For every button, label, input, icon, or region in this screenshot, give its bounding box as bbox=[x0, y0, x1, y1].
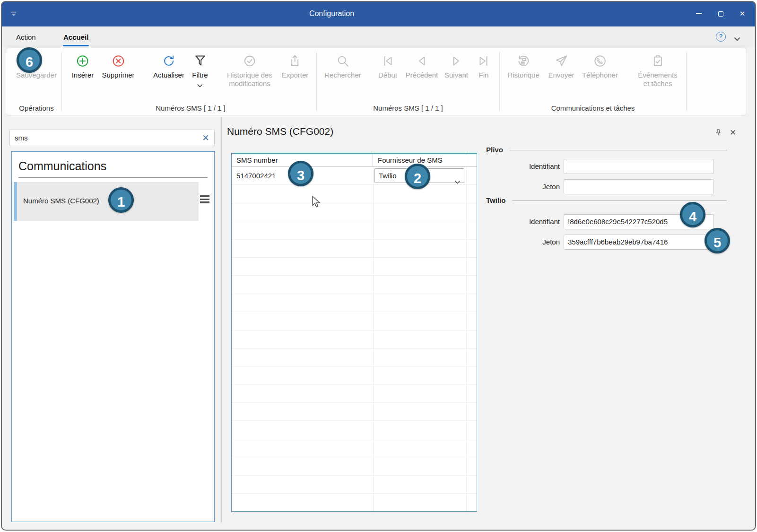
ribbon-group-label: Numéros SMS [ 1 / 1 ] bbox=[156, 104, 226, 112]
-v-nements-button: Événements et tâches bbox=[638, 54, 677, 88]
comm-history-icon bbox=[507, 54, 539, 70]
empty-table-row[interactable] bbox=[232, 385, 477, 403]
empty-table-row[interactable] bbox=[232, 403, 477, 421]
ribbon-button-label: Fin bbox=[479, 71, 489, 79]
refresh-icon bbox=[153, 54, 184, 70]
empty-table-row[interactable] bbox=[232, 457, 477, 475]
maximize-button[interactable] bbox=[710, 1, 731, 26]
ribbon-button-label: Rechercher bbox=[324, 71, 361, 79]
detail-close-icon[interactable]: ✕ bbox=[730, 128, 736, 138]
ins-rer-button[interactable]: Insérer bbox=[72, 54, 94, 79]
field-label: Identifiant bbox=[482, 218, 560, 226]
ribbon-group-separator bbox=[316, 52, 317, 111]
ribbon-collapse-chevron-icon[interactable] bbox=[734, 35, 740, 38]
historique-button: Historique bbox=[507, 54, 539, 79]
empty-table-row[interactable] bbox=[232, 421, 477, 439]
empty-table-row[interactable] bbox=[232, 312, 477, 330]
empty-table-row[interactable] bbox=[232, 366, 477, 384]
phone-icon bbox=[582, 54, 618, 70]
quick-access-icon[interactable] bbox=[10, 10, 17, 16]
close-button[interactable]: ✕ bbox=[731, 1, 753, 26]
ribbon-toolbar: SauvegarderOpérationsInsérerSupprimerAct… bbox=[6, 48, 747, 115]
group-rule bbox=[512, 201, 727, 201]
menu-bar: ActionAccueil ? bbox=[1, 26, 756, 48]
drag-handle-icon[interactable] bbox=[200, 195, 209, 205]
d-but-button: Début bbox=[378, 54, 397, 79]
twilio-jeton-field[interactable]: 359acfff7b6beab29eb97ba7416 bbox=[564, 235, 714, 250]
plivo-jeton-field[interactable] bbox=[564, 179, 714, 194]
callout-badge-5: 5 bbox=[705, 228, 730, 253]
rechercher-button: Rechercher bbox=[324, 54, 361, 79]
supprimer-button[interactable]: Supprimer bbox=[102, 54, 134, 79]
ribbon-group-label: Numéros SMS [ 1 / 1 ] bbox=[373, 104, 443, 112]
events-tasks-icon bbox=[638, 54, 677, 70]
ribbon-button-label: Envoyer bbox=[548, 71, 574, 79]
minimize-button[interactable] bbox=[688, 1, 710, 26]
fin-button: Fin bbox=[477, 54, 491, 79]
empty-table-row[interactable] bbox=[232, 185, 477, 203]
exporter-button: Exporter bbox=[282, 54, 309, 79]
empty-table-row[interactable] bbox=[232, 494, 477, 511]
callout-badge-2: 2 bbox=[405, 164, 430, 189]
search-icon bbox=[324, 54, 361, 70]
title-bar: Configuration ✕ bbox=[1, 1, 756, 26]
callout-badge-1: 1 bbox=[108, 187, 134, 213]
search-box: ✕ bbox=[9, 130, 215, 146]
ribbon-group-separator bbox=[61, 52, 62, 111]
table-row: 5147002421Twilio bbox=[232, 167, 477, 185]
export-icon bbox=[282, 54, 309, 70]
empty-table-row[interactable] bbox=[232, 439, 477, 457]
plivo-identifiant-field[interactable] bbox=[564, 159, 714, 174]
callout-badge-4: 4 bbox=[680, 202, 705, 227]
empty-table-row[interactable] bbox=[232, 349, 477, 366]
help-icon[interactable]: ? bbox=[716, 32, 726, 42]
empty-table-row[interactable] bbox=[232, 258, 477, 276]
field-label: Jeton bbox=[482, 238, 560, 246]
minimize-icon bbox=[696, 13, 702, 14]
callout-badge-3: 3 bbox=[288, 161, 313, 186]
filter-icon bbox=[192, 54, 208, 70]
mouse-cursor bbox=[311, 196, 322, 208]
list-item-label: Numéro SMS (CFG002) bbox=[23, 197, 99, 205]
tab-action[interactable]: Action bbox=[16, 31, 36, 45]
empty-table-row[interactable] bbox=[232, 294, 477, 312]
suivant-button: Suivant bbox=[444, 54, 468, 79]
callout-badge-6: 6 bbox=[17, 47, 42, 73]
screenshot: Configuration ✕ ActionAccueil ? Sauvegar… bbox=[0, 0, 757, 532]
empty-table-row[interactable] bbox=[232, 331, 477, 349]
tab-accueil[interactable]: Accueil bbox=[63, 31, 88, 45]
empty-table-row[interactable] bbox=[232, 476, 477, 494]
empty-table-row[interactable] bbox=[232, 221, 477, 239]
empty-table-row[interactable] bbox=[232, 276, 477, 294]
ribbon-button-label: Actualiser bbox=[153, 71, 184, 79]
table-header: SMS number Fournisseur de SMS bbox=[232, 154, 477, 167]
ribbon-group-separator bbox=[686, 52, 687, 111]
ribbon-button-label: Sauvegarder bbox=[16, 71, 57, 79]
empty-table-row[interactable] bbox=[232, 240, 477, 258]
filtre-button[interactable]: Filtre bbox=[192, 54, 208, 84]
ribbon-button-label: Historique des modifications bbox=[227, 71, 272, 87]
actualiser-button[interactable]: Actualiser bbox=[153, 54, 184, 79]
ribbon-group-label: Communications et tâches bbox=[551, 104, 635, 112]
search-input[interactable] bbox=[15, 130, 194, 146]
detail-title: Numéro SMS (CFG002) bbox=[227, 126, 333, 137]
selected-accent-bar bbox=[14, 182, 17, 221]
ribbon-group-label: Opérations bbox=[19, 104, 53, 112]
pr-c-dent-button: Précédent bbox=[406, 54, 438, 79]
window-controls: ✕ bbox=[688, 1, 753, 26]
skip-end-icon bbox=[477, 54, 491, 70]
ribbon-button-label: Événements et tâches bbox=[638, 71, 677, 87]
list-item-numero-sms[interactable]: Numéro SMS (CFG002) bbox=[14, 182, 199, 221]
ribbon-button-label: Précédent bbox=[406, 71, 438, 79]
field-label: Jeton bbox=[482, 183, 560, 191]
pin-icon[interactable] bbox=[714, 129, 722, 136]
clear-search-icon[interactable]: ✕ bbox=[202, 133, 209, 143]
column-header-extra bbox=[466, 154, 477, 167]
historique-des-button: Historique des modifications bbox=[227, 54, 272, 88]
sidebar: ✕ Communications Numéro SMS (CFG002) bbox=[1, 115, 221, 531]
empty-table-row[interactable] bbox=[232, 203, 477, 221]
ribbon-button-label: Suivant bbox=[444, 71, 468, 79]
insert-icon bbox=[72, 54, 94, 70]
divider bbox=[18, 177, 208, 178]
previous-icon bbox=[406, 54, 438, 70]
